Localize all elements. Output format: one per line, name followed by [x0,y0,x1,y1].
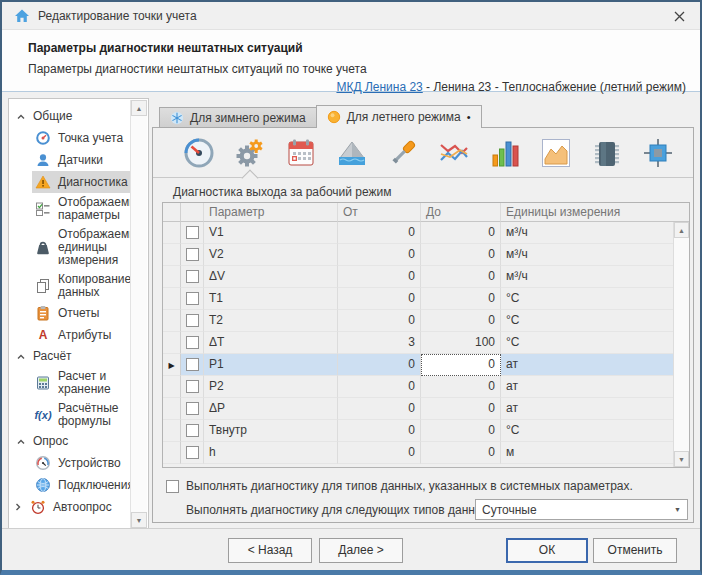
sidebar-item-data-copy[interactable]: Копирование данных [32,270,130,302]
sidebar-item-displayed-parameters[interactable]: Отображаемые параметры [32,193,130,225]
table-row[interactable]: ΔV 0 0 м³/ч [163,266,689,288]
water-level-icon[interactable] [336,137,368,169]
header-unit[interactable]: Единицы измерения [501,203,689,222]
cell-from[interactable]: 0 [338,376,421,398]
cell-to[interactable]: 0 [421,398,501,420]
cell-param[interactable]: ΔP [204,398,338,420]
sidebar-item-attributes[interactable]: A Атрибуты [32,324,114,346]
table-row[interactable]: ΔP 0 0 ат [163,398,689,420]
cell-to[interactable]: 0 [421,310,501,332]
cell-to[interactable]: 0 [421,266,501,288]
sidebar-item-connections[interactable]: Подключения [32,474,130,496]
cell-to[interactable]: 100 [421,332,501,354]
cell-param[interactable]: T1 [204,288,338,310]
row-checkbox[interactable] [181,376,204,398]
gauge-icon[interactable] [183,137,215,169]
row-checkbox[interactable] [181,332,204,354]
close-icon[interactable] [670,8,688,24]
scroll-up-icon[interactable]: ▲ [131,100,147,116]
sidebar-item-device[interactable]: Устройство [32,452,124,474]
sidebar-item-calc-storage[interactable]: Расчет и хранение [32,367,130,399]
grid-scrollbar[interactable]: ▲ ▼ [673,222,689,467]
back-button[interactable]: < Назад [228,538,312,563]
table-row[interactable]: P2 0 0 ат [163,376,689,398]
cell-to[interactable]: 0 [421,288,501,310]
sidebar-item-diagnostics[interactable]: Диагностика [32,171,130,193]
cell-from[interactable]: 3 [338,332,421,354]
sidebar-item-reports[interactable]: Отчеты [32,302,102,324]
sidebar-item-sensors[interactable]: Датчики [32,149,106,171]
row-checkbox[interactable] [181,222,204,244]
table-row[interactable]: Твнутр 0 0 °C [163,420,689,442]
scroll-down-icon[interactable]: ▼ [674,451,689,467]
bar-chart-icon[interactable] [489,137,521,169]
sidebar-scrollbar[interactable]: ▲ ▼ [130,100,147,528]
node-icon[interactable] [642,137,674,169]
row-checkbox[interactable] [181,244,204,266]
scroll-down-icon[interactable]: ▼ [131,512,147,528]
cell-param[interactable]: T2 [204,310,338,332]
header-from[interactable]: От [338,203,421,222]
data-types-select[interactable]: Суточные ▼ [475,499,688,520]
tab-winter-mode[interactable]: Для зимнего режима [159,107,316,128]
calendar-icon[interactable] [285,137,317,169]
table-row[interactable]: T2 0 0 °C [163,310,689,332]
chip-icon[interactable] [591,137,623,169]
gears-icon[interactable] [234,137,266,169]
screwdriver-icon[interactable] [387,137,419,169]
header-to[interactable]: До [421,203,501,222]
ok-button[interactable]: ОК [506,538,588,563]
cell-param[interactable]: P2 [204,376,338,398]
cell-from[interactable]: 0 [338,310,421,332]
cell-param[interactable]: V2 [204,244,338,266]
sidebar-group-calculation[interactable]: Расчёт [10,346,130,367]
cell-param[interactable]: V1 [204,222,338,244]
cell-param[interactable]: h [204,442,338,464]
cell-from[interactable]: 0 [338,442,421,464]
row-checkbox[interactable] [181,442,204,464]
row-checkbox[interactable] [181,420,204,442]
sidebar-item-displayed-units[interactable]: Отображаемые единицы измерения [32,225,130,270]
sidebar-group-general[interactable]: Общие [10,106,130,127]
cell-param[interactable]: ΔV [204,266,338,288]
scroll-up-icon[interactable]: ▲ [674,222,689,238]
lines-chart-icon[interactable] [438,137,470,169]
tab-summer-mode[interactable]: Для летнего режима • [316,105,482,128]
row-checkbox[interactable] [181,288,204,310]
table-row[interactable]: V1 0 0 м³/ч [163,222,689,244]
system-types-checkbox[interactable] [166,480,179,493]
row-checkbox[interactable] [181,398,204,420]
cell-from[interactable]: 0 [338,420,421,442]
row-checkbox[interactable] [181,266,204,288]
cell-from[interactable]: 0 [338,288,421,310]
cell-to-editing[interactable]: 0 [421,354,501,376]
cell-to[interactable]: 0 [421,222,501,244]
cell-param[interactable]: P1 [204,354,338,376]
sidebar-group-polling[interactable]: Опрос [10,431,130,452]
cell-from[interactable]: 0 [338,266,421,288]
cell-from[interactable]: 0 [338,222,421,244]
table-row[interactable]: T1 0 0 °C [163,288,689,310]
sidebar-item-metering-point[interactable]: Точка учета [32,127,126,149]
row-checkbox[interactable] [181,310,204,332]
cell-to[interactable]: 0 [421,376,501,398]
table-row[interactable]: h 0 0 м [163,442,689,464]
cell-param[interactable]: Твнутр [204,420,338,442]
metering-point-link[interactable]: МКД Ленина 23 [336,80,422,94]
cell-from[interactable]: 0 [338,244,421,266]
next-button[interactable]: Далее > [319,538,403,563]
cancel-button[interactable]: Отменить [593,538,677,563]
header-param[interactable]: Параметр [204,203,338,222]
cell-from[interactable]: 0 [338,354,421,376]
table-row[interactable]: ΔT 3 100 °C [163,332,689,354]
area-chart-icon[interactable] [540,137,572,169]
sidebar-item-autopolling[interactable]: Автоопрос [10,496,115,518]
row-checkbox[interactable] [181,354,204,376]
cell-from[interactable]: 0 [338,398,421,420]
table-row-selected[interactable]: ▶ P1 0 0 ат [163,354,689,376]
cell-to[interactable]: 0 [421,420,501,442]
table-row[interactable]: V2 0 0 м³/ч [163,244,689,266]
sidebar-item-formulas[interactable]: f(x) Расчётные формулы [32,399,130,431]
cell-to[interactable]: 0 [421,244,501,266]
cell-param[interactable]: ΔT [204,332,338,354]
